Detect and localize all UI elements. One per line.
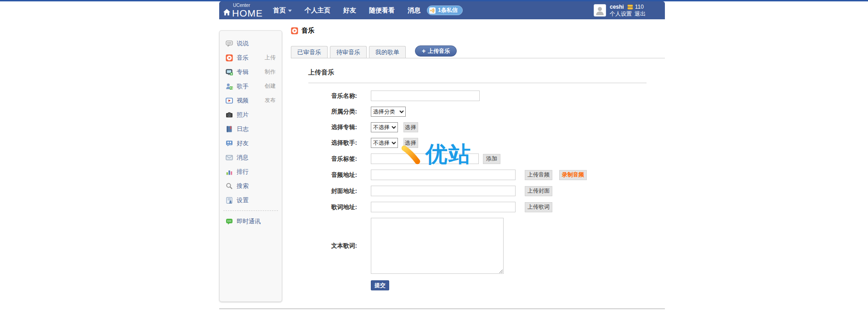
- friends-chat-icon: [226, 140, 233, 147]
- main-content: 音乐 已审音乐 待审音乐 我的歌单 + 上传音乐 上传音乐 音乐名称: 所属分类…: [291, 19, 665, 290]
- page-wrapper: UCenter HOME 首页 个人主页 好友 随便看看 消息 1条私信: [219, 0, 665, 312]
- upload-music-button[interactable]: + 上传音乐: [415, 45, 457, 57]
- upload-cover-button[interactable]: 上传封面: [525, 186, 552, 196]
- form-heading: 上传音乐: [308, 68, 647, 83]
- nav-item-home[interactable]: 首页: [273, 6, 292, 15]
- upload-audio-button[interactable]: 上传音频: [525, 170, 552, 180]
- sidebar-item-album[interactable]: 专辑 制作: [220, 65, 282, 79]
- record-audio-button[interactable]: 录制音频: [559, 170, 587, 180]
- music-name-label: 音乐名称:: [308, 92, 357, 100]
- im-bubble-icon: [226, 218, 233, 225]
- music-play-icon: [291, 27, 298, 34]
- envelope-icon: [226, 154, 233, 161]
- credits-count: 110: [635, 4, 644, 11]
- album-choose-button[interactable]: 选择: [403, 122, 418, 132]
- cover-url-label: 封面地址:: [308, 187, 357, 195]
- sidebar-action-make[interactable]: 制作: [265, 68, 276, 76]
- sound-icon: [429, 7, 436, 14]
- sidebar-item-blog[interactable]: 日志: [220, 122, 282, 136]
- ucenter-home-logo[interactable]: UCenter HOME: [223, 3, 263, 18]
- sidebar-item-photos[interactable]: 照片: [220, 108, 282, 122]
- row-tag: 音乐标签: 添加: [308, 153, 647, 164]
- lyrics-text-label: 文本歌词:: [308, 242, 357, 250]
- logout-link[interactable]: 退出: [635, 11, 646, 17]
- upload-music-form: 上传音乐 音乐名称: 所属分类: 选择分类 选择专辑:: [308, 68, 647, 290]
- submit-button[interactable]: 提交: [371, 280, 389, 290]
- plus-icon: +: [422, 48, 425, 54]
- submit-row: 提交: [371, 280, 647, 290]
- nav-item-browse[interactable]: 随便看看: [369, 6, 395, 15]
- tab-pending-music[interactable]: 待审音乐: [330, 46, 367, 58]
- row-category: 所属分类: 选择分类: [308, 107, 647, 117]
- search-icon: [226, 182, 233, 190]
- sidebar-item-shuoshuo[interactable]: 说说: [220, 36, 282, 51]
- svg-text:+1: +1: [230, 86, 233, 89]
- nav-item-friends[interactable]: 好友: [343, 6, 356, 15]
- footer-divider: [219, 308, 665, 309]
- settings-link[interactable]: 个人设置: [610, 11, 632, 17]
- sidebar-action-create[interactable]: 创建: [265, 82, 276, 90]
- row-lyrics-url: 歌词地址: 上传歌词: [308, 202, 647, 212]
- sidebar: 说说 音乐 上传 专辑 制作 +1 歌手 创建 视频 发布 照片 日志: [219, 30, 282, 302]
- add-tag-button[interactable]: 添加: [483, 154, 500, 164]
- nav-item-profile[interactable]: 个人主页: [305, 6, 330, 15]
- speech-bubble-icon: [226, 40, 233, 47]
- tab-my-playlists[interactable]: 我的歌单: [369, 46, 406, 58]
- singer-choose-button[interactable]: 选择: [403, 138, 418, 148]
- avatar[interactable]: [594, 4, 606, 17]
- lyrics-textarea[interactable]: [371, 218, 504, 274]
- coins-icon: [627, 4, 633, 10]
- logo-ucenter-text: UCenter: [233, 3, 263, 8]
- home-icon: [223, 8, 231, 16]
- private-message-badge[interactable]: 1条私信: [427, 6, 463, 15]
- category-label: 所属分类:: [308, 108, 357, 116]
- audio-url-input[interactable]: [371, 170, 516, 180]
- row-audio-url: 音频地址: 上传音频 录制音频: [308, 170, 647, 180]
- tag-input[interactable]: [371, 153, 479, 164]
- video-play-icon: [226, 97, 233, 104]
- settings-doc-icon: [226, 197, 233, 204]
- pm-badge-label: 1条私信: [438, 6, 458, 14]
- sidebar-item-search[interactable]: 搜索: [220, 179, 282, 193]
- sidebar-item-video[interactable]: 视频 发布: [220, 93, 282, 108]
- sidebar-item-messages[interactable]: 消息: [220, 150, 282, 165]
- sidebar-action-publish[interactable]: 发布: [265, 96, 276, 104]
- camera-icon: [226, 111, 233, 119]
- nav-menu: 首页 个人主页 好友 随便看看 消息: [273, 6, 420, 15]
- upload-lyrics-button[interactable]: 上传歌词: [525, 202, 552, 212]
- row-cover-url: 封面地址: 上传封面: [308, 186, 647, 196]
- music-play-icon: [226, 54, 233, 62]
- lyrics-url-label: 歌词地址:: [308, 203, 357, 211]
- album-select[interactable]: 不选择: [371, 122, 398, 132]
- tab-approved-music[interactable]: 已审音乐: [291, 46, 328, 58]
- singer-select[interactable]: 不选择: [371, 138, 398, 148]
- page-title: 音乐: [301, 27, 314, 35]
- avatar-placeholder-icon: [594, 5, 606, 16]
- audio-url-label: 音频地址:: [308, 171, 357, 179]
- sidebar-item-music[interactable]: 音乐 上传: [220, 51, 282, 65]
- sidebar-item-ranking[interactable]: 排行: [220, 165, 282, 179]
- row-album: 选择专辑: 不选择 选择: [308, 122, 647, 132]
- music-name-input[interactable]: [371, 91, 480, 101]
- tag-label: 音乐标签:: [308, 155, 357, 163]
- username[interactable]: ceshi: [610, 4, 624, 11]
- row-lyrics-text: 文本歌词:: [308, 218, 647, 274]
- sidebar-item-im[interactable]: 即时通讯: [220, 214, 282, 228]
- sidebar-item-singer[interactable]: +1 歌手 创建: [220, 79, 282, 93]
- sidebar-item-settings[interactable]: 设置: [220, 193, 282, 207]
- sidebar-action-upload[interactable]: 上传: [265, 54, 276, 62]
- sidebar-item-friends[interactable]: 好友: [220, 136, 282, 150]
- row-singer: 选择歌手: 不选择 选择: [308, 138, 647, 148]
- lyrics-url-input[interactable]: [371, 202, 516, 212]
- category-select[interactable]: 选择分类: [371, 107, 406, 117]
- top-navbar: UCenter HOME 首页 个人主页 好友 随便看看 消息 1条私信: [219, 1, 665, 19]
- singer-add-icon: +1: [226, 83, 233, 90]
- page-title-row: 音乐: [291, 27, 665, 35]
- cover-url-input[interactable]: [371, 186, 516, 196]
- nav-user-block: ceshi 110 个人设置退出: [594, 4, 648, 17]
- nav-item-messages[interactable]: 消息: [408, 6, 420, 15]
- album-tv-icon: [226, 68, 233, 76]
- ranking-bars-icon: [226, 168, 233, 176]
- sidebar-divider: [223, 210, 278, 211]
- album-label: 选择专辑:: [308, 123, 357, 131]
